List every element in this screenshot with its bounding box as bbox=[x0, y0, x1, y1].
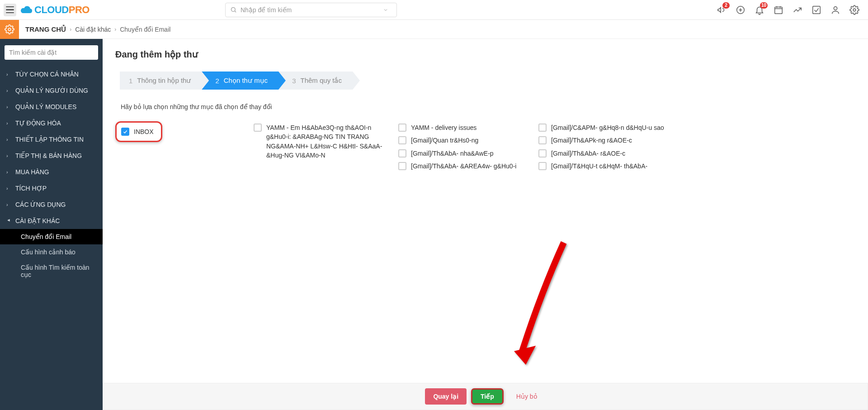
folder-item[interactable]: [Gmail]/T&HqU-t c&HqM- th&AbA- bbox=[536, 160, 680, 172]
folder-label: INBOX bbox=[134, 127, 154, 136]
inbox-highlight: INBOX bbox=[115, 121, 162, 142]
bell-badge: 10 bbox=[760, 2, 768, 9]
arrow-annotation bbox=[514, 238, 577, 374]
content-area: Đang thêm hộp thư 1Thông tin hộp thư2Chọ… bbox=[103, 39, 868, 410]
wizard-step[interactable]: 3Thêm quy tắc bbox=[278, 72, 353, 90]
check-icon[interactable] bbox=[811, 5, 822, 15]
chevron-right-icon: › bbox=[6, 104, 11, 110]
checkbox[interactable] bbox=[398, 124, 406, 132]
wizard-steps: 1Thông tin hộp thư2Chọn thư mục3Thêm quy… bbox=[120, 72, 855, 90]
folder-label: [Gmail]/Th&AbA- r&AOE-c bbox=[551, 149, 625, 158]
sidebar-item[interactable]: ›TÙY CHỌN CÁ NHÂN bbox=[0, 66, 103, 82]
app-logo[interactable]: CLOUDPRO bbox=[20, 4, 90, 16]
step-label: Thêm quy tắc bbox=[300, 76, 342, 85]
folder-item[interactable]: [Gmail]/Th&APk-ng r&AOE-c bbox=[536, 134, 680, 147]
sidebar-item[interactable]: ›MUA HÀNG bbox=[0, 164, 103, 180]
sidebar-item[interactable]: ›QUẢN LÝ MODULES bbox=[0, 99, 103, 115]
calendar-icon[interactable] bbox=[773, 5, 784, 15]
sidebar-item-label: CÀI ĐẶT KHÁC bbox=[15, 217, 60, 224]
svg-rect-9 bbox=[813, 6, 821, 14]
sidebar-item[interactable]: ›TÍCH HỢP bbox=[0, 180, 103, 196]
global-search[interactable] bbox=[225, 3, 397, 17]
sidebar-item-label: TÍCH HỢP bbox=[15, 185, 47, 192]
add-icon[interactable] bbox=[735, 5, 746, 15]
sidebar-item[interactable]: ›CÁC ỨNG DỤNG bbox=[0, 196, 103, 213]
svg-point-11 bbox=[853, 9, 856, 11]
sidebar-subitem[interactable]: Chuyển đổi Email bbox=[0, 229, 103, 244]
chevron-down-icon: ▾ bbox=[6, 219, 12, 223]
folder-label: [Gmail]/C&APM- g&Hq8-n d&HqU-u sao bbox=[551, 123, 664, 132]
folder-item[interactable]: YAMM - Em H&AbAe3Q-ng th&AOI-n g&Hu0-i: … bbox=[251, 121, 396, 162]
settings-sidebar: ›TÙY CHỌN CÁ NHÂN›QUẢN LÝ NGƯỜI DÙNG›QUẢ… bbox=[0, 39, 103, 410]
step-number: 3 bbox=[292, 77, 296, 85]
search-icon bbox=[230, 6, 237, 13]
main-layout: ›TÙY CHỌN CÁ NHÂN›QUẢN LÝ NGƯỜI DÙNG›QUẢ… bbox=[0, 39, 868, 410]
folder-label: YAMM - delivery issues bbox=[411, 123, 476, 132]
checkbox[interactable] bbox=[398, 149, 406, 157]
folder-label: [Gmail]/Th&APk-ng r&AOE-c bbox=[551, 136, 632, 145]
svg-marker-13 bbox=[514, 346, 536, 365]
step-number: 1 bbox=[129, 77, 132, 85]
next-button[interactable]: Tiếp bbox=[471, 388, 504, 405]
checkbox[interactable] bbox=[254, 124, 262, 132]
checkbox[interactable] bbox=[538, 149, 547, 157]
breadcrumb-home[interactable]: TRANG CHỦ bbox=[25, 25, 66, 33]
sidebar-item[interactable]: ›QUẢN LÝ NGƯỜI DÙNG bbox=[0, 82, 103, 99]
chart-icon[interactable] bbox=[792, 5, 803, 15]
user-icon[interactable] bbox=[830, 5, 841, 15]
chevron-right-icon: › bbox=[6, 186, 11, 191]
page-title: Đang thêm hộp thư bbox=[115, 49, 855, 60]
cancel-button[interactable]: Hủy bỏ bbox=[508, 388, 546, 405]
folder-item[interactable]: [Gmail]/Th&AbA- &AREA4w- g&Hu0-i bbox=[396, 160, 536, 172]
chevron-right-icon: › bbox=[6, 137, 11, 142]
wizard-step[interactable]: 2Chọn thư mục bbox=[202, 72, 278, 90]
menu-toggle-button[interactable] bbox=[4, 4, 16, 16]
gear-icon bbox=[5, 24, 14, 34]
chevron-right-icon: › bbox=[6, 202, 11, 207]
back-button[interactable]: Quay lại bbox=[425, 388, 467, 405]
sidebar-search-input[interactable] bbox=[5, 45, 98, 60]
chevron-right-icon: › bbox=[6, 120, 11, 126]
sidebar-item-label: TÙY CHỌN CÁ NHÂN bbox=[15, 71, 79, 78]
chevron-right-icon: › bbox=[6, 88, 11, 93]
logo-text-1: CLOUD bbox=[34, 4, 69, 16]
sidebar-item-label: TIẾP THỊ & BÁN HÀNG bbox=[15, 152, 82, 159]
header-icon-bar: 2 10 bbox=[716, 5, 864, 15]
checkbox[interactable] bbox=[538, 136, 547, 144]
sidebar-subitem[interactable]: Cấu hình cảnh báo bbox=[0, 244, 103, 260]
action-bar: Quay lại Tiếp Hủy bỏ bbox=[103, 383, 868, 410]
sidebar-item[interactable]: ›TIẾP THỊ & BÁN HÀNG bbox=[0, 148, 103, 164]
sidebar-item[interactable]: ▾CÀI ĐẶT KHÁC bbox=[0, 213, 103, 229]
svg-point-0 bbox=[231, 8, 235, 12]
step-label: Thông tin hộp thư bbox=[137, 76, 191, 85]
chevron-right-icon: › bbox=[114, 26, 116, 33]
sidebar-item-label: QUẢN LÝ NGƯỜI DÙNG bbox=[15, 87, 88, 94]
breadcrumb: TRANG CHỦ › Cài đặt khác › Chuyển đổi Em… bbox=[25, 25, 170, 33]
checkbox[interactable] bbox=[398, 162, 406, 170]
breadcrumb-level2: Chuyển đổi Email bbox=[120, 26, 170, 33]
sidebar-item[interactable]: ›THIẾT LẬP THÔNG TIN bbox=[0, 131, 103, 148]
global-search-input[interactable] bbox=[241, 6, 383, 14]
instruction-text: Hãy bỏ lựa chọn những thư mục đã chọn để… bbox=[121, 103, 855, 110]
checkbox[interactable] bbox=[538, 124, 547, 132]
checkbox[interactable] bbox=[121, 128, 129, 136]
folder-item[interactable]: [Gmail]/Quan tr&Hs0-ng bbox=[396, 134, 536, 147]
gear-icon[interactable] bbox=[849, 5, 860, 15]
logo-text-2: PRO bbox=[69, 4, 90, 16]
folder-item[interactable]: YAMM - delivery issues bbox=[396, 121, 536, 134]
folder-item[interactable]: INBOX bbox=[121, 127, 154, 136]
folder-item[interactable]: [Gmail]/Th&AbA- r&AOE-c bbox=[536, 147, 680, 160]
step-label: Chọn thư mục bbox=[224, 76, 268, 85]
breadcrumb-level1[interactable]: Cài đặt khác bbox=[75, 26, 111, 33]
megaphone-icon[interactable]: 2 bbox=[716, 5, 727, 15]
checkbox[interactable] bbox=[538, 162, 547, 170]
folder-item[interactable]: [Gmail]/Th&AbA- nha&AwE-p bbox=[396, 147, 536, 160]
checkbox[interactable] bbox=[398, 136, 406, 144]
bell-icon[interactable]: 10 bbox=[754, 5, 765, 15]
wizard-step[interactable]: 1Thông tin hộp thư bbox=[120, 72, 202, 90]
sidebar-subitem[interactable]: Cấu hình Tìm kiếm toàn cục bbox=[0, 260, 103, 282]
sidebar-search bbox=[5, 45, 98, 60]
settings-gear-button[interactable] bbox=[0, 20, 19, 39]
sidebar-item[interactable]: ›TỰ ĐỘNG HÓA bbox=[0, 115, 103, 131]
folder-item[interactable]: [Gmail]/C&APM- g&Hq8-n d&HqU-u sao bbox=[536, 121, 680, 134]
